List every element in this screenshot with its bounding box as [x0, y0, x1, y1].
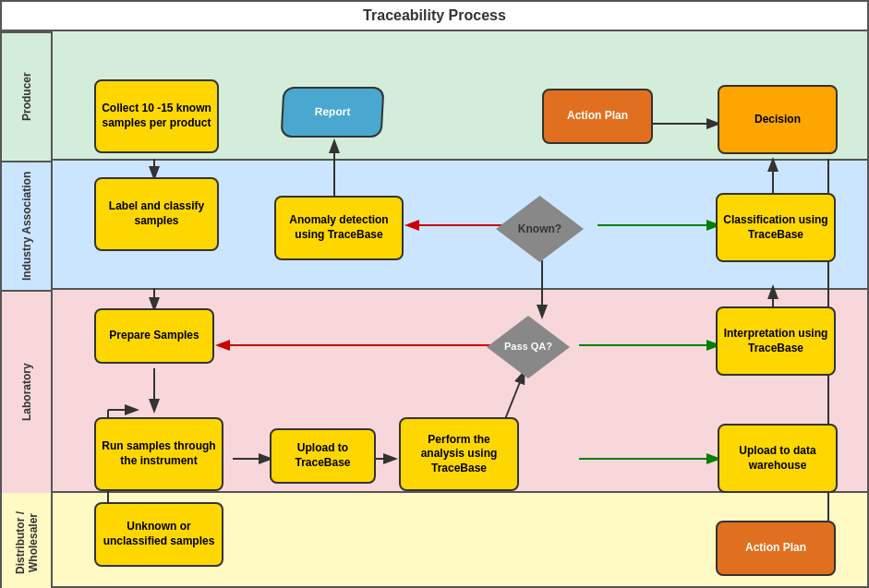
diamond-passqa: Pass QA?	[487, 316, 570, 378]
lane-label-distributor: Distributor / Wholesaler	[2, 493, 51, 588]
node-classification: Classification using TraceBase	[716, 193, 836, 262]
node-upload-tracebase: Upload to TraceBase	[270, 428, 376, 484]
node-decision: Decision	[718, 85, 838, 154]
page-title: Traceability Process	[363, 7, 506, 23]
node-unknown: Unknown or unclassified samples	[94, 502, 223, 567]
lane-labels: Producer Industry Association Laboratory…	[2, 31, 53, 586]
node-label-classify: Label and classify samples	[94, 177, 219, 251]
lane-label-industry: Industry Association	[2, 161, 51, 290]
node-action-plan-distributor: Action Plan	[716, 521, 836, 576]
main-container: Traceability Process Producer Industry A…	[0, 0, 869, 588]
node-perform-analysis: Perform the analysis using TraceBase	[399, 417, 519, 491]
node-report: Report	[281, 87, 385, 138]
node-upload-warehouse: Upload to data warehouse	[718, 424, 838, 493]
lane-label-producer: Producer	[2, 31, 51, 161]
node-anomaly: Anomaly detection using TraceBase	[274, 196, 404, 260]
diagram-area: Producer Industry Association Laboratory…	[2, 31, 867, 586]
node-interpretation: Interpretation using TraceBase	[716, 306, 836, 376]
node-collect: Collect 10 -15 known samples per product	[94, 79, 219, 153]
node-action-plan-producer: Action Plan	[542, 89, 653, 144]
node-prepare: Prepare Samples	[94, 308, 214, 364]
node-run-samples: Run samples through the instrument	[94, 417, 223, 491]
lane-label-laboratory: Laboratory	[2, 290, 51, 493]
title-bar: Traceability Process	[2, 2, 867, 31]
diamond-known: Known?	[496, 196, 584, 262]
content-area: Collect 10 -15 known samples per product…	[53, 31, 867, 586]
